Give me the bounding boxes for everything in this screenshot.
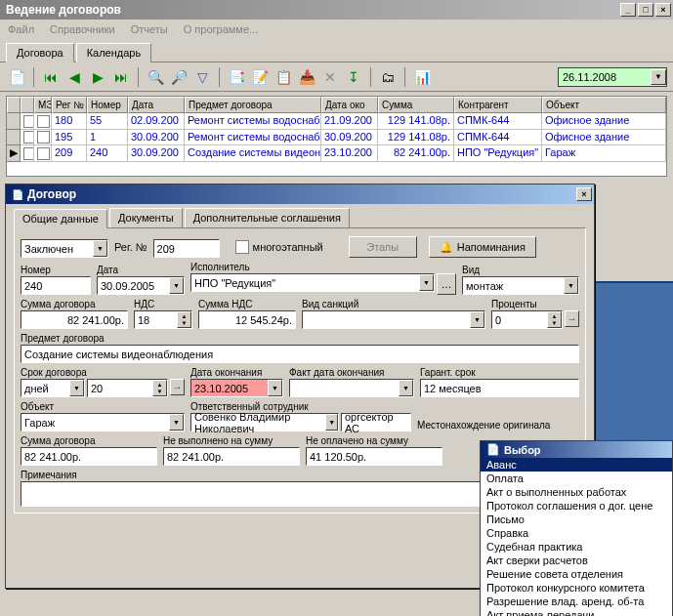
- chevron-down-icon[interactable]: ▼: [325, 414, 338, 431]
- row-check[interactable]: [21, 130, 34, 146]
- vat-sum-input[interactable]: 12 545.24р.: [198, 310, 296, 329]
- end-date-combo[interactable]: 23.10.2005▼: [190, 379, 283, 397]
- term-unit-combo[interactable]: дней▼: [21, 379, 85, 397]
- sum-input[interactable]: 82 241.00р.: [21, 310, 128, 329]
- executor-lookup-button[interactable]: …: [437, 273, 456, 295]
- table-row[interactable]: ▶20924030.09.200Создание системы видеона…: [7, 145, 666, 162]
- chevron-down-icon[interactable]: ▼: [169, 277, 184, 294]
- chevron-down-icon[interactable]: ▼: [268, 380, 282, 396]
- table-row[interactable]: 195130.09.200Ремонт системы водоснабж30.…: [7, 130, 666, 146]
- popup-item[interactable]: Акт о выполненных работах: [481, 485, 672, 499]
- chevron-down-icon[interactable]: ▼: [651, 69, 666, 85]
- row-check[interactable]: [21, 145, 34, 162]
- orgsector-combo[interactable]: оргсектор АС: [341, 413, 411, 431]
- warranty-input[interactable]: 12 месяцев: [420, 379, 579, 397]
- chevron-down-icon[interactable]: ▼: [419, 274, 434, 291]
- subject-input[interactable]: Создание системы видеонаблюдения: [21, 345, 579, 363]
- row-check[interactable]: [34, 145, 52, 162]
- popup-item[interactable]: Оплата: [481, 472, 672, 485]
- sanction-combo[interactable]: ▼: [302, 310, 485, 329]
- percent-spin[interactable]: ▲▼: [547, 311, 562, 328]
- zoom-in-icon[interactable]: 🔍: [145, 66, 166, 88]
- object-combo[interactable]: Гараж▼: [21, 413, 185, 431]
- reg-no-input[interactable]: 209: [153, 239, 220, 258]
- tab-calendar[interactable]: Календарь: [76, 43, 152, 62]
- chevron-down-icon[interactable]: ▼: [69, 380, 84, 396]
- col-num[interactable]: Номер: [87, 97, 128, 113]
- executor-combo[interactable]: НПО "Редукция"▼: [190, 273, 435, 292]
- chevron-down-icon[interactable]: ▼: [93, 240, 107, 257]
- menu-file[interactable]: Файл: [4, 21, 38, 37]
- tab-documents[interactable]: Документы: [109, 208, 183, 227]
- chevron-down-icon[interactable]: ▼: [169, 414, 184, 431]
- delete-icon[interactable]: ✕: [319, 66, 341, 88]
- row-check[interactable]: [21, 113, 34, 130]
- popup-item[interactable]: Аванс: [481, 458, 672, 472]
- fact-end-combo[interactable]: ▼: [289, 379, 414, 397]
- add-icon[interactable]: 📑: [226, 66, 247, 88]
- copy-icon[interactable]: 📋: [273, 66, 294, 88]
- percent-apply-button[interactable]: →: [565, 310, 579, 327]
- edit-icon[interactable]: 📝: [249, 66, 271, 88]
- save-icon[interactable]: 📥: [296, 66, 317, 88]
- popup-item[interactable]: Справка: [481, 526, 672, 540]
- popup-item[interactable]: Решение совета отделения: [481, 567, 672, 581]
- term-apply-button[interactable]: →: [170, 379, 185, 395]
- dialog-close-button[interactable]: ×: [576, 187, 592, 201]
- nav-first-icon[interactable]: ⏮: [40, 66, 62, 88]
- reminders-button[interactable]: 🔔 Напоминания: [429, 236, 536, 258]
- nav-next-icon[interactable]: ▶: [87, 66, 108, 88]
- percent-input[interactable]: 0 ▲▼: [491, 310, 563, 329]
- col-date[interactable]: Дата: [128, 97, 185, 113]
- vat-spin[interactable]: ▲▼: [177, 311, 191, 328]
- stages-button[interactable]: Этапы: [349, 236, 417, 258]
- not-done-input[interactable]: 82 241.00р.: [163, 447, 300, 466]
- tab-general[interactable]: Общие данные: [14, 209, 107, 228]
- number-input[interactable]: 240: [21, 276, 91, 295]
- nav-prev-icon[interactable]: ◀: [63, 66, 85, 88]
- chevron-down-icon[interactable]: ▼: [399, 380, 413, 396]
- term-val-input[interactable]: 20 ▲▼: [87, 379, 168, 397]
- sort-icon[interactable]: ↧: [343, 66, 364, 88]
- col-agent[interactable]: Контрагент: [454, 97, 542, 113]
- col-sum[interactable]: Сумма: [378, 97, 454, 113]
- col-subj[interactable]: Предмет договора: [185, 97, 321, 113]
- term-spin[interactable]: ▲▼: [152, 380, 167, 396]
- maximize-button[interactable]: □: [638, 3, 653, 17]
- chevron-down-icon[interactable]: ▼: [564, 277, 578, 294]
- popup-item[interactable]: Разрешение влад. аренд. об-та: [481, 595, 672, 608]
- row-check[interactable]: [34, 130, 52, 146]
- col-reg[interactable]: Рег №: [52, 97, 87, 113]
- kind-combo[interactable]: монтаж▼: [462, 276, 579, 295]
- popup-item[interactable]: Протокол соглашения о дог. цене: [481, 499, 672, 513]
- col-end[interactable]: Дата око: [321, 97, 378, 113]
- new-doc-icon[interactable]: 📄: [6, 66, 27, 88]
- sum2-input[interactable]: 82 241.00р.: [21, 447, 157, 466]
- minimize-button[interactable]: _: [620, 3, 636, 17]
- close-button[interactable]: ×: [655, 3, 671, 17]
- tab-addenda[interactable]: Дополнительные соглашения: [185, 208, 350, 227]
- row-check[interactable]: [34, 113, 52, 130]
- vat-input[interactable]: 18 ▲▼: [134, 310, 192, 329]
- col-me[interactable]: МЭ: [34, 97, 52, 113]
- refresh-icon[interactable]: 🗂: [377, 66, 399, 88]
- chevron-down-icon[interactable]: ▼: [470, 311, 484, 328]
- export-icon[interactable]: 📊: [411, 66, 433, 88]
- menu-about[interactable]: О программе...: [180, 21, 262, 37]
- date-filter-combo[interactable]: 26.11.2008 ▼: [558, 67, 667, 87]
- col-indicator[interactable]: [7, 97, 21, 113]
- popup-item[interactable]: Письмо: [481, 513, 672, 526]
- popup-item[interactable]: Судебная практика: [481, 540, 672, 554]
- menu-ref[interactable]: Справочники: [46, 21, 119, 37]
- filter-icon[interactable]: ▽: [191, 66, 213, 88]
- col-check1[interactable]: [21, 97, 34, 113]
- col-obj[interactable]: Объект: [542, 97, 666, 113]
- responsible-combo[interactable]: Совенко Владимир Николаевич▼: [190, 413, 339, 431]
- menu-rep[interactable]: Отчеты: [127, 21, 172, 37]
- not-paid-input[interactable]: 41 120.50р.: [306, 447, 442, 466]
- tab-contracts[interactable]: Договора: [6, 43, 74, 62]
- popup-item[interactable]: Акт сверки расчетов: [481, 554, 672, 567]
- zoom-reset-icon[interactable]: 🔎: [168, 66, 189, 88]
- nav-last-icon[interactable]: ⏭: [110, 66, 132, 88]
- popup-item[interactable]: Акт приема-передачи: [481, 608, 672, 616]
